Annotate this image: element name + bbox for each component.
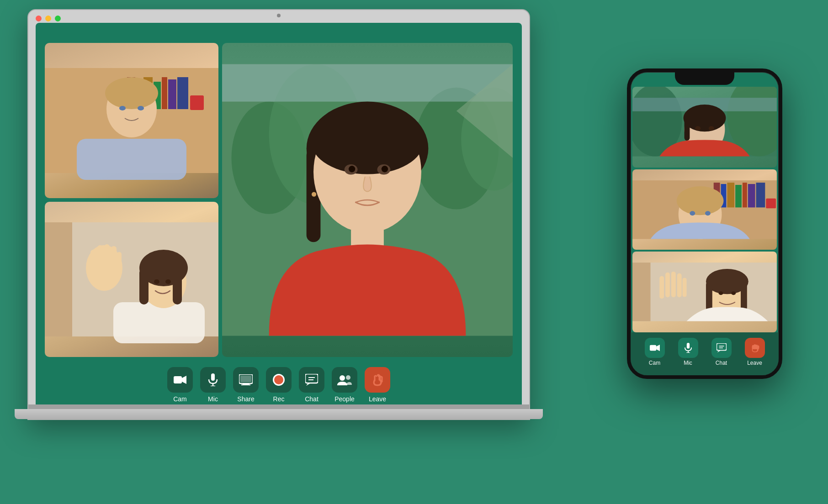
svg-point-11	[105, 77, 158, 109]
svg-point-47	[312, 192, 316, 197]
svg-rect-94	[706, 282, 712, 311]
cam-icon	[167, 367, 193, 393]
svg-rect-86	[632, 262, 651, 321]
phone-leave-icon	[745, 338, 765, 358]
chat-button[interactable]: Chat	[299, 367, 324, 403]
rec-dot-indicator	[273, 374, 285, 386]
svg-point-29	[165, 279, 171, 284]
svg-rect-98	[650, 345, 656, 351]
people-icon	[332, 367, 357, 393]
phone-participant-3	[632, 252, 777, 332]
svg-point-83	[690, 211, 695, 215]
svg-rect-110	[757, 346, 759, 350]
svg-rect-21	[111, 246, 117, 270]
minimize-button[interactable]	[45, 16, 51, 21]
main-video	[222, 43, 513, 357]
svg-rect-22	[117, 252, 122, 271]
cam-button[interactable]: Cam	[167, 367, 193, 403]
svg-rect-79	[756, 183, 765, 207]
traffic-lights	[36, 16, 61, 21]
svg-rect-48	[174, 376, 182, 383]
participant-thumb-2	[45, 202, 218, 357]
rec-button[interactable]: Rec	[266, 367, 292, 403]
svg-rect-27	[173, 268, 182, 304]
svg-point-28	[154, 279, 159, 284]
fullscreen-button[interactable]	[55, 16, 61, 21]
svg-rect-100	[686, 343, 689, 349]
cam-label: Cam	[173, 395, 187, 403]
close-button[interactable]	[36, 16, 42, 21]
svg-marker-49	[182, 376, 186, 384]
laptop-screen: Cam Mic	[36, 23, 522, 412]
share-button[interactable]: Share	[233, 367, 259, 403]
phone-participant-1	[632, 87, 777, 168]
mic-icon	[200, 367, 226, 393]
laptop-body: Cam Mic	[27, 9, 530, 420]
svg-rect-95	[741, 282, 747, 311]
svg-rect-7	[168, 79, 176, 109]
video-grid	[36, 23, 522, 362]
chat-label: Chat	[305, 395, 318, 403]
svg-rect-16	[45, 222, 72, 336]
svg-point-84	[705, 211, 711, 215]
phone-chat-button[interactable]: Chat	[711, 338, 732, 366]
people-button[interactable]: People	[332, 367, 357, 403]
svg-rect-8	[177, 77, 188, 109]
share-icon	[233, 367, 259, 393]
phone-mic-label: Mic	[684, 360, 692, 366]
svg-marker-99	[656, 345, 660, 351]
svg-rect-87	[659, 276, 664, 299]
share-label: Share	[237, 395, 254, 403]
svg-rect-57	[305, 374, 318, 383]
svg-rect-6	[162, 77, 167, 109]
svg-rect-78	[748, 184, 755, 207]
svg-rect-56	[240, 376, 251, 382]
svg-rect-108	[752, 345, 754, 349]
phone-device: Cam Mic	[627, 68, 782, 379]
participants-sidebar	[45, 43, 218, 357]
svg-point-13	[119, 106, 126, 110]
svg-rect-55	[241, 384, 250, 385]
svg-rect-77	[743, 183, 747, 207]
phone-mic-button[interactable]: Mic	[678, 338, 698, 366]
participant-thumb-1	[45, 43, 218, 198]
phone-mic-icon	[678, 338, 698, 358]
svg-point-61	[340, 375, 345, 381]
laptop-camera	[277, 14, 281, 17]
svg-rect-50	[211, 373, 215, 381]
svg-point-62	[346, 375, 350, 380]
phone-leave-button[interactable]: Leave	[745, 338, 765, 366]
svg-rect-26	[139, 268, 149, 304]
svg-rect-18	[90, 250, 96, 273]
people-label: People	[334, 395, 355, 403]
svg-rect-20	[104, 244, 110, 270]
phone-notch	[675, 72, 734, 85]
leave-button[interactable]: Leave	[365, 367, 390, 403]
svg-rect-69	[685, 118, 690, 141]
mic-button[interactable]: Mic	[200, 367, 226, 403]
phone-leave-label: Leave	[747, 360, 762, 366]
rec-icon	[266, 367, 292, 393]
laptop-device: Cam Mic	[27, 9, 530, 457]
phone-chat-icon	[711, 338, 732, 358]
svg-point-82	[677, 186, 724, 215]
svg-rect-88	[665, 273, 670, 297]
leave-label: Leave	[369, 395, 386, 403]
svg-point-70	[695, 126, 701, 131]
phone-cam-icon	[645, 338, 665, 358]
svg-rect-36	[222, 64, 513, 102]
svg-point-96	[719, 292, 723, 295]
laptop-base	[15, 409, 543, 419]
rec-label: Rec	[273, 395, 285, 403]
svg-rect-75	[727, 183, 734, 207]
svg-rect-9	[190, 95, 204, 110]
svg-rect-90	[677, 273, 682, 297]
phone-body: Cam Mic	[627, 68, 782, 379]
svg-rect-23	[113, 302, 205, 343]
phone-cam-button[interactable]: Cam	[645, 338, 665, 366]
svg-point-14	[138, 106, 144, 110]
leave-icon	[365, 367, 390, 393]
phone-chat-label: Chat	[716, 360, 727, 366]
svg-rect-76	[735, 185, 742, 207]
svg-rect-12	[77, 139, 186, 180]
